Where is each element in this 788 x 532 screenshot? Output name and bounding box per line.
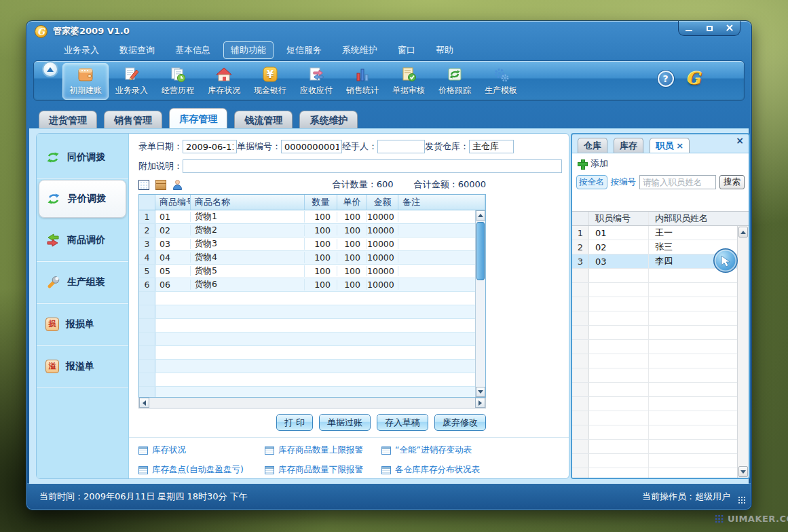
link-warehouse-distribution[interactable]: 各仓库库存分布状况表 [381,464,505,476]
sidebar-item-overflow-report[interactable]: 溢 报溢单 [37,345,128,387]
sidebar: 同价调拨 异价调拨 商品调价 生产组装 损 报损单 [37,134,129,478]
col-staff-code: 职员编号 [589,212,649,225]
tab-stock[interactable]: 库存 [614,138,643,153]
scrollbar-thumb[interactable] [476,222,485,280]
toolbar-history-button[interactable]: 经营历程 [155,63,201,100]
scroll-down-icon[interactable] [738,466,748,477]
post-document-button[interactable]: 单据过账 [319,414,371,431]
items-vertical-scrollbar[interactable] [475,210,485,397]
add-button[interactable]: 添加 [590,157,608,170]
menu-item-sms[interactable]: 短信服务 [279,41,329,59]
print-button[interactable]: 打 印 [276,414,313,431]
main-toolbar: 初期建账 业务录入 经营历程 库存状况 ¥ 现金银行 应收应付 [33,60,745,101]
menu-item-system-maintenance[interactable]: 系统维护 [335,41,385,59]
staff-row[interactable]: 101王一 [572,226,737,240]
empty-row [572,468,737,478]
link-omni-flow-report[interactable]: “全能”进销存变动表 [381,444,505,456]
menu-item-window[interactable]: 窗口 [390,41,423,59]
doc-clock-icon [168,66,188,83]
filter-by-code-toggle[interactable]: 按编号 [611,176,637,188]
sidebar-item-diff-price-transfer[interactable]: 异价调拨 [39,180,126,218]
status-bar: 当前时间：2009年06月11日 星期四 18时30分 下午 当前操作员：超级用… [27,483,751,509]
report-grid-icon [138,446,148,455]
toolbar-production-template-button[interactable]: 生产模板 [478,63,524,100]
filter-by-name-toggle[interactable]: 按全名 [576,175,607,189]
tab-inventory[interactable]: 库存管理 [169,108,227,128]
toolbar-audit-button[interactable]: 单据审核 [386,63,432,100]
date-input[interactable] [183,140,237,153]
toolbar-inventory-status-button[interactable]: 库存状况 [201,63,247,100]
table-row[interactable]: 303货物310010010000 [139,238,475,251]
sidebar-item-assembly[interactable]: 生产组装 [37,261,128,303]
report-grid-icon [138,466,148,474]
toolbar-receivable-payable-button[interactable]: 应收应付 [293,63,339,100]
staff-icon[interactable] [172,180,183,190]
scroll-right-icon[interactable] [475,398,485,408]
table-row[interactable]: 101货物110010010000 [139,210,475,224]
collapse-toolbar-button[interactable] [42,61,58,77]
total-amount-label: 合计金额： [414,179,458,189]
panel-close-icon[interactable]: × [736,136,744,145]
link-stocktaking[interactable]: 库存盘点(自动盘盈盘亏) [138,464,265,476]
selector-body: 添加 按全名 按编号 搜索 职员编号 内部职员姓名 101王一 [572,153,749,478]
selector-panel: × 仓库 库存 职员× 添加 按全名 按编号 搜索 [571,133,750,479]
tab-warehouse[interactable]: 仓库 [578,138,607,153]
tab-system[interactable]: 系统维护 [299,111,358,128]
staff-search-input[interactable] [639,175,716,189]
link-inventory-status[interactable]: 库存状况 [138,444,265,456]
sidebar-item-loss-report[interactable]: 损 报损单 [37,303,128,345]
maximize-button[interactable] [702,23,717,34]
items-table-header: 商品编号 商品名称 数量 单价 金额 备注 [139,195,485,210]
resize-grip[interactable] [738,496,746,504]
table-row[interactable]: 202货物210010010000 [139,224,475,238]
document-pane: 录单日期： 单据编号： 经手人： 发货仓库： [129,134,569,478]
note-input[interactable] [183,159,562,173]
watermark-icon [715,514,724,523]
minimize-button[interactable] [681,23,696,34]
doc-number-input[interactable] [281,140,342,153]
report-grid-icon [265,446,274,455]
tab-cashflow[interactable]: 钱流管理 [234,111,293,128]
tab-staff[interactable]: 职员× [650,138,690,153]
app-window: G 管家婆2009 V1.0 业务录入 数据查询 基本信息 辅助功能 短信服务 … [26,20,752,510]
warehouse-icon[interactable] [138,180,149,190]
warehouse-input[interactable] [469,140,514,153]
save-draft-button[interactable]: 存入草稿 [377,414,428,431]
help-button[interactable]: ? [658,71,674,87]
link-lower-limit-alert[interactable]: 库存商品数量下限报警 [265,464,381,476]
col-staff-name: 内部职员姓名 [649,212,749,225]
toolbar-price-tracking-button[interactable]: 价格跟踪 [432,63,478,100]
close-button[interactable] [722,23,737,34]
menu-item-business-entry[interactable]: 业务录入 [56,41,107,59]
tab-sales[interactable]: 销售管理 [104,111,162,128]
scroll-up-icon[interactable] [476,210,485,221]
toolbar-sales-stats-button[interactable]: 销售统计 [339,63,386,100]
toolbar-initial-setup-button[interactable]: 初期建账 [62,63,109,100]
sidebar-item-same-price-transfer[interactable]: 同价调拨 [37,136,128,178]
scroll-left-icon[interactable] [139,398,149,408]
menu-item-basic-info[interactable]: 基本信息 [168,41,218,59]
staff-table-header: 职员编号 内部职员姓名 [572,211,749,226]
search-button[interactable]: 搜索 [719,175,745,189]
toolbar-cash-bank-button[interactable]: ¥ 现金银行 [247,63,293,100]
menu-item-help[interactable]: 帮助 [428,41,461,59]
svg-text:¥: ¥ [267,69,274,81]
discard-changes-button[interactable]: 废弃修改 [434,414,486,431]
goods-icon[interactable] [155,180,166,190]
table-row[interactable]: 606货物610010010000 [139,278,475,292]
scroll-down-icon[interactable] [476,387,485,397]
table-row[interactable]: 505货物510010010000 [139,265,475,278]
sidebar-item-price-adjust[interactable]: 商品调价 [37,219,128,261]
link-upper-limit-alert[interactable]: 库存商品数量上限报警 [265,444,381,456]
tab-close-icon[interactable]: × [676,140,683,151]
tab-purchase[interactable]: 进货管理 [39,111,97,128]
col-unit-price: 单价 [337,195,367,210]
agent-input[interactable] [377,140,425,153]
table-row[interactable]: 404货物410010010000 [139,251,475,265]
toolbar-business-entry-button[interactable]: 业务录入 [109,63,155,100]
menu-item-data-query[interactable]: 数据查询 [112,41,162,59]
empty-row [572,297,737,311]
menu-item-auxiliary[interactable]: 辅助功能 [223,41,274,59]
items-horizontal-scrollbar[interactable] [138,398,486,408]
scroll-up-icon[interactable] [738,227,748,238]
